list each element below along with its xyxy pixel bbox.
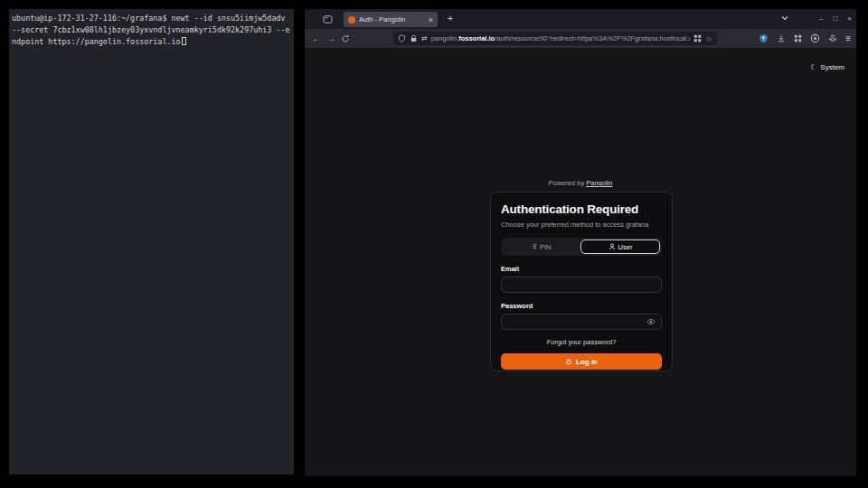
- password-field-wrap: [501, 314, 662, 330]
- downloads-icon[interactable]: [777, 34, 786, 43]
- powered-by: Powered by Pangolin: [305, 179, 856, 187]
- pangolin-link[interactable]: Pangolin: [586, 179, 612, 187]
- url-bar[interactable]: ⇄ pangolin.fossorial.io/auth/resource/90…: [393, 32, 717, 45]
- toolbar-extensions: ≡: [759, 29, 851, 48]
- moon-icon: ☾: [810, 63, 816, 71]
- extensions-grid-icon[interactable]: [794, 34, 802, 42]
- tab-bar: Auth - Pangolin × + – □ ×: [305, 9, 856, 29]
- back-button[interactable]: ←: [309, 33, 324, 43]
- theme-toggle[interactable]: ☾ System: [810, 63, 844, 71]
- tab-pin-label: PIN: [540, 243, 552, 251]
- firefox-view-icon[interactable]: [320, 12, 335, 26]
- tab-user[interactable]: User: [580, 239, 660, 254]
- browser-window: Auth - Pangolin × + – □ × ← → ⇄ pangolin…: [305, 9, 856, 476]
- record-circle-icon[interactable]: [810, 33, 820, 43]
- url-text[interactable]: pangolin.fossorial.io/auth/resource/90?r…: [431, 34, 690, 42]
- login-lock-icon: [565, 358, 572, 365]
- urlbar-grid-icon[interactable]: [693, 34, 702, 42]
- terminal-line: ndpoint https://pangolin.fossorial.io: [12, 37, 181, 46]
- pangolin-favicon-icon: [348, 16, 355, 23]
- tab-list-chevron-icon[interactable]: [780, 14, 789, 23]
- reload-icon[interactable]: [338, 34, 353, 43]
- tab-close-icon[interactable]: ×: [429, 15, 433, 24]
- auth-card: Authentication Required Choose your pref…: [490, 192, 673, 371]
- auth-method-tabs: ⠿ PIN User: [501, 238, 662, 256]
- user-icon: [609, 243, 616, 250]
- new-tab-button[interactable]: +: [443, 13, 458, 23]
- email-label: Email: [501, 265, 662, 273]
- hamburger-menu-icon[interactable]: ≡: [845, 33, 851, 43]
- card-subtitle: Choose your preferred method to access g…: [501, 221, 662, 229]
- ublock-icon[interactable]: [759, 33, 769, 43]
- forward-button[interactable]: →: [324, 33, 338, 43]
- terminal-panel[interactable]: ubuntu@ip-172-31-27-116:~/grafana$ newt …: [9, 9, 294, 474]
- browser-toolbar: ← → ⇄ pangolin.fossorial.io/auth/resourc…: [305, 29, 856, 48]
- bookmark-star-icon[interactable]: ☆: [705, 34, 712, 43]
- login-button-label: Log in: [576, 358, 598, 366]
- email-field-wrap: [501, 277, 662, 293]
- email-field[interactable]: [507, 281, 656, 289]
- password-label: Password: [501, 302, 662, 310]
- tracking-shield-icon[interactable]: [398, 34, 406, 42]
- show-password-eye-icon[interactable]: [646, 317, 656, 326]
- window-close-button[interactable]: ×: [847, 15, 852, 23]
- window-controls: – □ ×: [819, 9, 852, 29]
- tab-pin[interactable]: ⠿ PIN: [503, 239, 580, 254]
- puzzle-extension-icon[interactable]: [828, 34, 837, 43]
- login-button[interactable]: Log in: [501, 353, 662, 370]
- lock-icon[interactable]: [410, 34, 418, 42]
- container-switch-icon[interactable]: ⇄: [421, 34, 428, 42]
- forgot-password-link[interactable]: Forgot your password?: [501, 338, 662, 346]
- auth-page: ☾ System Powered by Pangolin Authenticat…: [305, 48, 856, 476]
- tab-user-label: User: [618, 243, 633, 251]
- powered-by-text: Powered by: [549, 179, 585, 187]
- terminal-line: ubuntu@ip-172-31-27-116:~/grafana$ newt …: [12, 14, 286, 23]
- browser-tab[interactable]: Auth - Pangolin ×: [344, 12, 438, 27]
- pin-keypad-icon: ⠿: [532, 243, 537, 251]
- card-title: Authentication Required: [501, 202, 662, 216]
- terminal-cursor: [182, 37, 186, 45]
- password-field[interactable]: [507, 318, 646, 326]
- window-maximize-button[interactable]: □: [833, 15, 837, 23]
- theme-toggle-label: System: [820, 63, 844, 71]
- window-minimize-button[interactable]: –: [819, 15, 823, 23]
- tab-title: Auth - Pangolin: [359, 15, 425, 23]
- terminal-line: --secret 7cbz1xw08lh1jbzey03yxvndljvneam…: [12, 25, 290, 34]
